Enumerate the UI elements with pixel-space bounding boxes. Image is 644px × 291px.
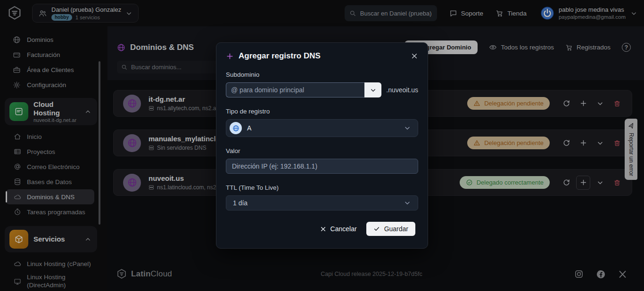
subdomain-label: Subdominio <box>226 71 418 78</box>
ttl-label: TTL (Time To Live) <box>226 184 418 191</box>
cancel-button[interactable]: Cancelar <box>320 225 357 233</box>
record-type-globe-icon <box>230 122 242 134</box>
subdomain-input[interactable] <box>231 86 360 94</box>
subdomain-dropdown-button[interactable] <box>364 82 381 97</box>
value-input[interactable] <box>226 159 418 174</box>
record-type-value: A <box>247 124 251 132</box>
cancel-label: Cancelar <box>330 225 357 233</box>
check-icon <box>373 226 380 232</box>
record-type-label: Tipo de registro <box>226 108 418 115</box>
plus-icon <box>226 52 234 60</box>
ttl-value: 1 día <box>233 199 248 207</box>
close-icon <box>320 226 326 232</box>
chevron-down-icon <box>404 124 411 132</box>
value-label: Valor <box>226 147 418 154</box>
close-icon[interactable] <box>411 52 418 60</box>
modal-title: Agregar registro DNS <box>239 51 321 61</box>
record-type-select[interactable]: A <box>226 119 418 137</box>
subdomain-input-wrap <box>226 82 364 97</box>
domain-suffix: .nuveoit.us <box>386 86 418 94</box>
ttl-select[interactable]: 1 día <box>226 195 418 210</box>
add-dns-record-modal: Agregar registro DNS Subdominio .nuveoit… <box>216 42 428 249</box>
app-root: Daniel (prueba) Gonzalez hobby 1 servici… <box>0 0 644 291</box>
save-label: Guardar <box>384 225 408 233</box>
save-button[interactable]: Guardar <box>366 222 415 236</box>
chevron-down-icon <box>404 199 411 207</box>
